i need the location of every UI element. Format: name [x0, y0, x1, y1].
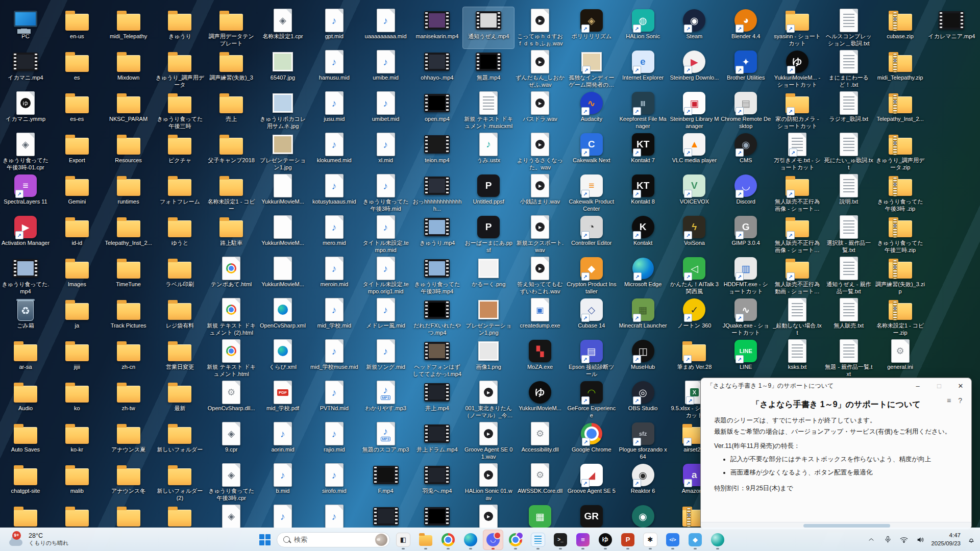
desktop-icon[interactable]: Auto Saves	[0, 420, 51, 462]
desktop-icon[interactable]: くらび.xml	[257, 338, 308, 379]
desktop-icon[interactable]: 無題.mp4	[463, 48, 514, 90]
desktop-icon[interactable]: Audio	[0, 379, 51, 420]
desktop-icon[interactable]: ▦	[514, 503, 566, 528]
desktop-icon[interactable]: ↗Google Chrome	[566, 420, 617, 462]
desktop-icon[interactable]: ♪	[257, 503, 308, 528]
desktop-icon[interactable]: ♪aorin.mid	[257, 420, 308, 462]
desktop-icon[interactable]: ▦↗Minecraft Launcher	[618, 296, 669, 338]
desktop-icon[interactable]: ▶小銭詰まり.wav	[514, 172, 566, 214]
taskbar-app-photos-app[interactable]: ◧	[393, 530, 413, 550]
desktop-icon[interactable]: ▶答え知っててもむずいわこれ.wav	[514, 255, 566, 296]
desktop-icon[interactable]: まにまにわーるど！.txt	[823, 48, 874, 90]
desktop-icon[interactable]: malib	[52, 462, 103, 503]
desktop-icon[interactable]: きゅうり食ってた.mp4	[0, 255, 51, 296]
desktop-icon[interactable]: cubase.zip	[875, 7, 926, 48]
desktop-icon[interactable]: きゅうりポカコレ用サムネ.jpg	[257, 90, 308, 131]
desktop-icon[interactable]: 羽兎へ.mp4	[411, 462, 462, 503]
desktop-icon[interactable]: ⚙general.ini	[875, 338, 926, 379]
desktop-icon[interactable]: ♪新規ソング.mid	[360, 338, 411, 379]
desktop-icon[interactable]: 新規 テキスト ドキュメント.html	[206, 338, 257, 379]
desktop-icon[interactable]: Telepathy_Inst_2...	[875, 90, 926, 131]
desktop-icon[interactable]: ↗家の防犯カメラ - ショートカット	[772, 90, 823, 131]
volume-icon[interactable]	[915, 532, 926, 547]
desktop-icon[interactable]: KT↗Kontakt 7	[618, 131, 669, 172]
desktop-icon[interactable]: Mixdown	[103, 48, 154, 90]
desktop-icon[interactable]: es	[52, 48, 103, 90]
desktop-icon[interactable]: ♪mid_学校muse.mid	[309, 338, 360, 379]
desktop-icon[interactable]: きゅうり食ってた午後3時.mp4	[411, 255, 462, 296]
desktop-icon[interactable]: レジ袋有料	[154, 296, 205, 338]
desktop-icon[interactable]: ◎↗OBS Studio	[618, 379, 669, 420]
desktop-icon[interactable]: midi_Telepathy	[103, 7, 154, 48]
desktop-icon[interactable]: manisekarin.mp4	[411, 7, 462, 48]
desktop-icon[interactable]: ♪xl.mid	[360, 131, 411, 172]
desktop-icon[interactable]: ↗万引きメモ.txt - ショートカット	[772, 131, 823, 172]
desktop-icon[interactable]: 新規 テキスト ドキュメント (2).html	[206, 296, 257, 338]
desktop-icon[interactable]: ko-kr	[52, 420, 103, 462]
desktop-icon[interactable]: ↗無人販売不正行為画像 - ショートカット	[772, 214, 823, 255]
desktop-icon[interactable]: sfz↗Plogue sforzando x64	[618, 420, 669, 462]
desktop-icon[interactable]: おっhhhhhhhhhhhhh...	[411, 172, 462, 214]
desktop-icon[interactable]: ◁↗かんたん！AITalk 3 関西風	[669, 255, 720, 296]
wifi-icon[interactable]	[898, 532, 910, 547]
desktop-icon[interactable]: ♪mero.mid	[309, 214, 360, 255]
desktop-icon[interactable]: G↗GIMP 3.0.4	[720, 214, 771, 255]
desktop-icon[interactable]: ▣createdump.exe	[514, 296, 566, 338]
desktop-icon[interactable]: V↗VOICEVOX	[669, 172, 720, 214]
desktop-icon[interactable]: ▤↗Epson 接続診断ツール	[566, 338, 617, 379]
desktop-icon[interactable]: |||↗Keepforest File Manager	[618, 90, 669, 131]
desktop-icon[interactable]: ⚙Accessibility.dll	[514, 420, 566, 462]
desktop-icon[interactable]: Track Pictures	[103, 296, 154, 338]
desktop-icon[interactable]: ◉	[618, 503, 669, 528]
desktop-icon[interactable]: ko	[52, 379, 103, 420]
taskbar-app-blue-code-app[interactable]: </>	[663, 530, 683, 550]
desktop-icon[interactable]: es-es	[52, 90, 103, 131]
desktop-icon[interactable]: ↗Microsoft Edge	[618, 255, 669, 296]
desktop-icon[interactable]: ja	[52, 296, 103, 338]
desktop-icon[interactable]: ▶ずんだもん_しおかぜふ.wav	[514, 48, 566, 90]
desktop-icon[interactable]: 新規 テキスト ドキュメント.musicxml	[463, 90, 514, 131]
desktop-icon[interactable]: ∿↗Audacity	[566, 90, 617, 131]
desktop-icon[interactable]: ♪きゅうり食ってた午後3時.mid	[360, 172, 411, 214]
taskbar-app-discord[interactable]: ◡	[483, 530, 503, 550]
menu-icon[interactable]: ≡	[947, 396, 951, 405]
desktop-icon[interactable]	[411, 503, 462, 528]
desktop-icon[interactable]: ▲↗VLC media player	[669, 131, 720, 172]
desktop-icon[interactable]: ksks.txt	[772, 338, 823, 379]
desktop-icon[interactable]: ♪	[309, 503, 360, 528]
desktop-icon[interactable]: Export	[52, 131, 103, 172]
desktop-icon[interactable]: ◈9.cpr	[206, 420, 257, 462]
desktop-icon[interactable]	[154, 503, 205, 528]
desktop-icon[interactable]: ∿↗JQuake.exe - ショートカット	[720, 296, 771, 338]
desktop-icon[interactable]	[360, 503, 411, 528]
desktop-icon[interactable]: OpenCvSharp.xml	[257, 296, 308, 338]
desktop-icon[interactable]: _起動しない場合.txt	[772, 296, 823, 338]
desktop-icon[interactable]: 調声練習(失敗)_3	[206, 48, 257, 90]
desktop-icon[interactable]: ♪b.mid	[257, 462, 308, 503]
desktop-icon[interactable]: ◍↗HALion Sonic	[618, 7, 669, 48]
desktop-icon[interactable]: ◈きゅうり食ってた午後3時-01.cpr	[0, 131, 51, 172]
desktop-icon[interactable]: プレゼンテーション1.png	[463, 296, 514, 338]
desktop-icon[interactable]: ◉↗Reaktor 6	[618, 462, 669, 503]
desktop-icon[interactable]: id-id	[52, 214, 103, 255]
desktop-icon[interactable]: ヘッドフォンはずしててよかっt.mp4	[411, 338, 462, 379]
desktop-icon[interactable]: midi_Telepathy.zip	[875, 48, 926, 90]
desktop-icon[interactable]: だれだFXいれたやつ.mp4	[411, 296, 462, 338]
desktop-icon[interactable]: 名称未設定1 - コピー.zip	[875, 296, 926, 338]
desktop-icon[interactable]: F.mp4	[360, 462, 411, 503]
desktop-icon[interactable]: zh-cn	[103, 338, 154, 379]
desktop-icon[interactable]: きゅうり_調声用データ	[154, 48, 205, 90]
desktop-icon[interactable]: ohhayo-.mp4	[411, 48, 462, 90]
desktop-icon[interactable]: 名称未設定1 - コピー	[206, 172, 257, 214]
desktop-icon[interactable]: ◔↗Controller Editor	[566, 214, 617, 255]
desktop-icon[interactable]: ↗syasinn - ショートカット	[772, 7, 823, 48]
desktop-icon[interactable]: 通知うぜえ - 親作品一覧.txt	[823, 255, 874, 296]
desktop-icon[interactable]: YukkuriMovieM...	[257, 172, 308, 214]
desktop-icon[interactable]: 調声練習(失敗)_3.zip	[875, 255, 926, 296]
desktop-icon[interactable]: YukkuriMovieM...	[257, 255, 308, 296]
desktop-icon[interactable]: きゅうり食ってた午後三時.zip	[875, 214, 926, 255]
desktop-icon[interactable]: runtimes	[103, 172, 154, 214]
desktop-icon[interactable]: jijii	[52, 338, 103, 379]
desktop-icon[interactable]: Gemini	[52, 172, 103, 214]
help-icon[interactable]: ?	[958, 396, 962, 405]
